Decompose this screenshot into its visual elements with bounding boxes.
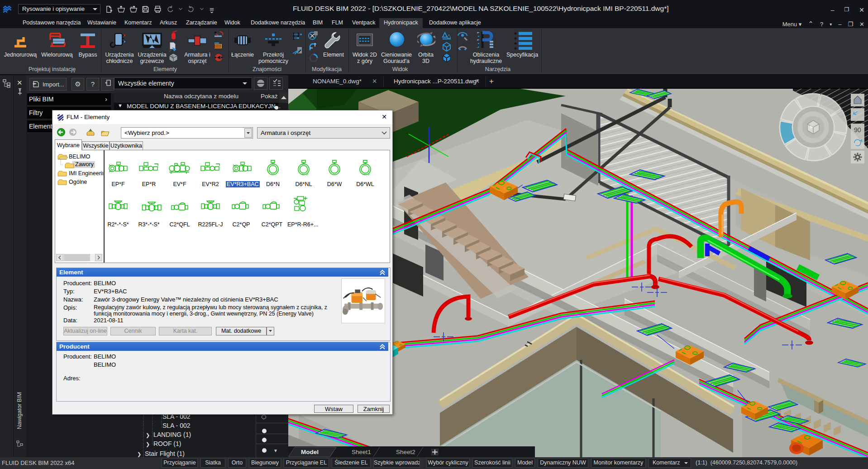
svg-text:+: + (477, 31, 479, 35)
svg-text:+: + (477, 38, 479, 42)
svg-text:90: 90 (854, 126, 861, 134)
svg-text:-: - (477, 45, 478, 49)
svg-text:Sheet1: Sheet1 (352, 449, 371, 455)
svg-text:Model: Model (301, 449, 319, 455)
svg-text:Sheet2: Sheet2 (396, 449, 415, 455)
